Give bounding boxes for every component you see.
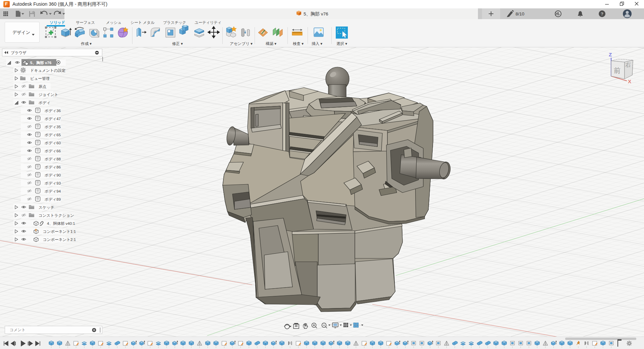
svg-text:Z: Z <box>609 52 612 57</box>
svg-text:前: 前 <box>614 67 621 74</box>
svg-text:8/10: 8/10 <box>516 11 524 16</box>
svg-text:?: ? <box>601 11 603 16</box>
svg-text:X: X <box>628 79 631 84</box>
svg-text:5、胸部 v76: 5、胸部 v76 <box>304 11 328 16</box>
svg-text:右: 右 <box>625 61 631 68</box>
